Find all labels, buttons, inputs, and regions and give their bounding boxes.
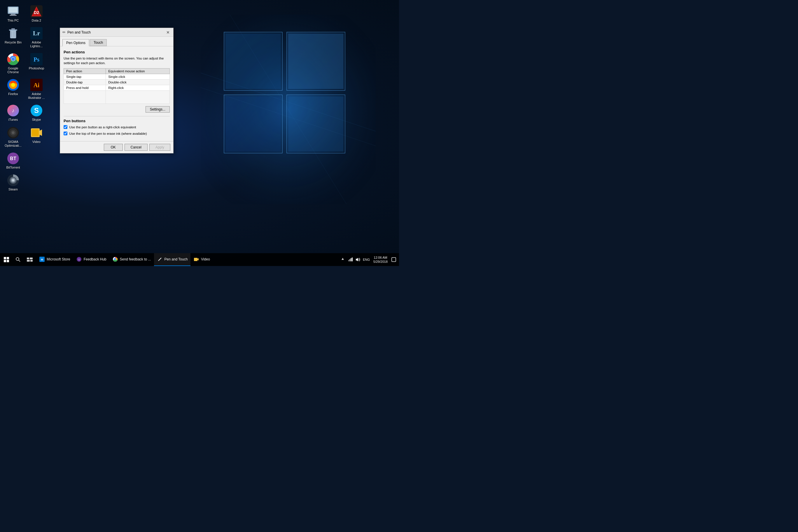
svg-rect-76 <box>194 258 197 261</box>
dialog-buttons: OK Cancel Apply <box>60 141 173 153</box>
checkbox-right-click-equiv[interactable] <box>63 125 68 129</box>
svg-rect-84 <box>392 258 396 262</box>
svg-point-73 <box>114 259 116 260</box>
pen-buttons-section: Pen buttons Use the pen button as a righ… <box>63 119 170 136</box>
table-cell-double-click: Double-click <box>106 80 170 85</box>
svg-point-60 <box>16 258 19 261</box>
taskbar: M Microsoft Store ☺ Feedback Hub <box>0 253 399 266</box>
cancel-button[interactable]: Cancel <box>125 144 148 151</box>
network-icon <box>348 258 353 262</box>
pen-actions-table: Pen action Equivalent mouse action Singl… <box>63 68 170 104</box>
notification-icon <box>392 257 396 262</box>
network-icon-button[interactable] <box>346 253 354 266</box>
svg-rect-82 <box>352 258 353 261</box>
table-cell-single-click: Single-click <box>106 74 170 80</box>
checkbox-right-click-label: Use the pen button as a right-click equi… <box>69 125 136 130</box>
svg-marker-83 <box>356 258 358 261</box>
taskbar-item-send-feedback-label: Send feedback to ... <box>120 257 151 261</box>
clock-button[interactable]: 12:06 AM 5/29/2018 <box>371 253 390 266</box>
svg-rect-80 <box>349 259 350 261</box>
checkbox-erase-ink[interactable] <box>63 132 68 135</box>
svg-line-61 <box>19 260 20 262</box>
dialog-overlay: ✏ Pen and Touch ✕ Pen Options Touch Pen … <box>0 0 399 266</box>
table-row[interactable]: Press and hold Right-click <box>64 85 170 91</box>
checkbox-erase-ink-label: Use the top of the pen to erase ink (whe… <box>69 131 147 136</box>
table-row-empty <box>64 91 170 104</box>
table-row[interactable]: Single-tap Single-click <box>64 74 170 80</box>
dialog-title-text: Pen and Touch <box>68 30 165 34</box>
system-tray: ENG 12:06 AM 5/29/2018 <box>338 253 399 266</box>
table-cell-right-click: Right-click <box>106 85 170 91</box>
taskbar-item-feedback-label: Feedback Hub <box>84 257 107 261</box>
taskbar-item-send-feedback[interactable]: Send feedback to ... <box>109 253 154 266</box>
store-icon: M <box>39 256 45 262</box>
feedback-hub-icon: ☺ <box>76 256 82 262</box>
show-hidden-icons-button[interactable] <box>339 253 346 266</box>
apply-button[interactable]: Apply <box>149 144 170 151</box>
taskbar-item-video-label: Video <box>201 257 210 261</box>
task-view-icon <box>27 257 33 262</box>
pen-buttons-title: Pen buttons <box>63 119 170 123</box>
svg-rect-63 <box>30 258 33 259</box>
svg-rect-81 <box>350 258 352 261</box>
taskbar-item-microsoft-store[interactable]: M Microsoft Store <box>36 253 73 266</box>
svg-rect-65 <box>30 260 33 262</box>
svg-rect-79 <box>348 260 349 261</box>
dialog-titlebar: ✏ Pen and Touch ✕ <box>60 28 173 37</box>
taskbar-item-pen-touch[interactable]: Pen and Touch <box>154 253 191 266</box>
taskbar-item-feedback-hub[interactable]: ☺ Feedback Hub <box>73 253 109 266</box>
clock-time: 12:06 AM <box>374 255 387 260</box>
svg-rect-57 <box>7 257 9 259</box>
volume-icon <box>356 258 360 262</box>
table-header-mouse-action: Equivalent mouse action <box>106 69 170 74</box>
pen-actions-desc: Use the pen to interact with items on th… <box>63 56 170 65</box>
svg-rect-58 <box>4 260 6 262</box>
svg-marker-78 <box>342 258 344 260</box>
tab-touch[interactable]: Touch <box>90 39 107 46</box>
notification-center-button[interactable] <box>390 253 398 266</box>
settings-button[interactable]: Settings... <box>146 106 170 113</box>
ok-button[interactable]: OK <box>104 144 123 151</box>
search-button[interactable] <box>13 253 23 266</box>
svg-rect-56 <box>4 257 6 259</box>
pen-and-touch-dialog: ✏ Pen and Touch ✕ Pen Options Touch Pen … <box>60 28 173 153</box>
desktop: This PC D2 Dota 2 <box>0 0 399 266</box>
pen-touch-taskbar-icon <box>157 256 163 262</box>
section-divider <box>63 116 170 116</box>
taskbar-item-store-label: Microsoft Store <box>47 257 70 261</box>
table-row[interactable]: Double-tap Double-click <box>64 80 170 85</box>
checkbox-row-erase-ink: Use the top of the pen to erase ink (whe… <box>63 131 170 136</box>
volume-icon-button[interactable] <box>354 253 362 266</box>
taskbar-items: M Microsoft Store ☺ Feedback Hub <box>36 253 338 266</box>
table-cell-double-tap: Double-tap <box>64 80 106 85</box>
pen-dialog-title-icon: ✏ <box>62 30 65 34</box>
pen-actions-title: Pen actions <box>63 50 170 54</box>
start-button[interactable] <box>0 253 13 266</box>
clock-date: 5/29/2018 <box>373 260 387 264</box>
checkbox-row-right-click: Use the pen button as a right-click equi… <box>63 125 170 130</box>
table-cell-single-tap: Single-tap <box>64 74 106 80</box>
taskbar-item-video-tb[interactable]: Video <box>190 253 213 266</box>
tab-pen-options[interactable]: Pen Options <box>62 39 89 46</box>
settings-btn-row: Settings... <box>63 106 170 113</box>
language-button[interactable]: ENG <box>362 258 371 261</box>
language-label: ENG <box>363 258 370 261</box>
svg-rect-62 <box>27 258 29 259</box>
chrome-taskbar-icon <box>112 256 118 262</box>
table-header-pen-action: Pen action <box>64 69 106 74</box>
table-cell-press-hold: Press and hold <box>64 85 106 91</box>
svg-rect-64 <box>27 260 30 262</box>
windows-logo-icon <box>4 257 9 262</box>
svg-marker-77 <box>197 258 198 261</box>
dialog-close-button[interactable]: ✕ <box>165 30 171 35</box>
chevron-up-icon <box>341 258 344 262</box>
search-icon <box>16 257 20 262</box>
video-folder-icon <box>193 256 199 262</box>
svg-text:M: M <box>41 258 43 261</box>
dialog-tabs: Pen Options Touch <box>60 37 173 46</box>
svg-text:☺: ☺ <box>78 258 80 261</box>
task-view-button[interactable] <box>23 253 36 266</box>
svg-rect-59 <box>7 260 9 262</box>
taskbar-item-pen-touch-label: Pen and Touch <box>165 257 188 261</box>
svg-line-74 <box>158 258 161 261</box>
